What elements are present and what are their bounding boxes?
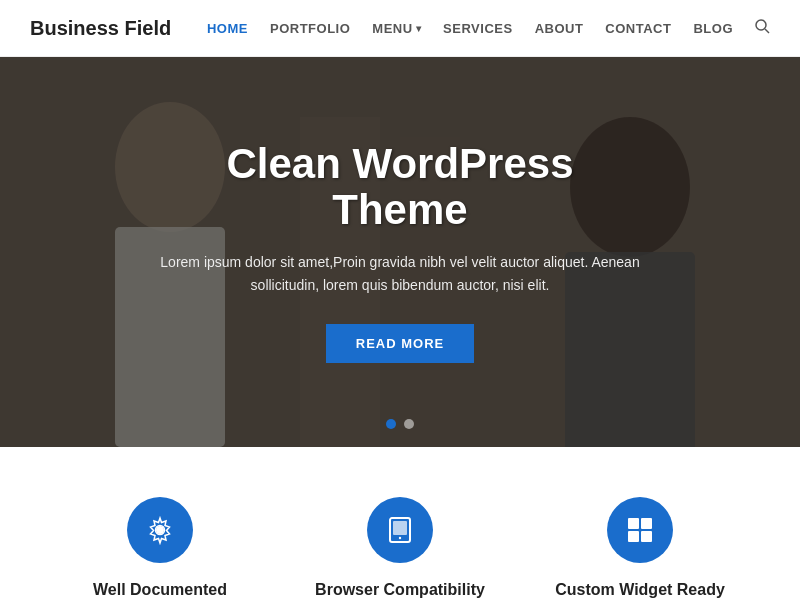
tablet-icon <box>386 516 414 544</box>
nav-link-portfolio[interactable]: PORTFOLIO <box>270 21 350 36</box>
chevron-down-icon: ▾ <box>416 23 422 34</box>
hero-title: Clean WordPress Theme <box>160 141 640 233</box>
svg-rect-16 <box>641 518 652 529</box>
feature-title-2: Custom Widget Ready <box>555 581 725 599</box>
svg-rect-14 <box>393 521 407 535</box>
widget-icon <box>626 516 654 544</box>
search-trigger[interactable] <box>755 19 770 38</box>
hero-content: Clean WordPress Theme Lorem ipsum dolor … <box>0 57 800 447</box>
nav-link-contact[interactable]: CONTACT <box>605 21 671 36</box>
features-section: Well Documented Lorem ipsum dolor sit am… <box>0 447 800 599</box>
feature-icon-tablet <box>367 497 433 563</box>
svg-point-0 <box>756 20 766 30</box>
site-header: Business Field HOME PORTFOLIO MENU ▾ SER… <box>0 0 800 57</box>
nav-link-services[interactable]: SERVICES <box>443 21 513 36</box>
read-more-button[interactable]: READ MORE <box>326 324 474 363</box>
svg-rect-15 <box>628 518 639 529</box>
main-nav: HOME PORTFOLIO MENU ▾ SERVICES ABOUT CON… <box>207 19 770 38</box>
nav-item-portfolio[interactable]: PORTFOLIO <box>270 19 350 37</box>
nav-link-blog[interactable]: BLOG <box>693 21 733 36</box>
feature-icon-widget <box>607 497 673 563</box>
site-logo: Business Field <box>30 17 171 40</box>
slider-dot-1[interactable] <box>386 419 396 429</box>
feature-title-1: Browser Compatibility <box>315 581 485 599</box>
nav-link-menu[interactable]: MENU ▾ <box>372 21 421 36</box>
hero-slider-dots <box>386 419 414 429</box>
hero-description: Lorem ipsum dolor sit amet,Proin gravida… <box>160 251 640 296</box>
nav-link-about[interactable]: ABOUT <box>535 21 584 36</box>
nav-item-blog[interactable]: BLOG <box>693 19 733 37</box>
svg-rect-18 <box>641 531 652 542</box>
svg-line-1 <box>765 29 769 33</box>
nav-link-home[interactable]: HOME <box>207 21 248 36</box>
nav-item-menu[interactable]: MENU ▾ <box>372 21 421 36</box>
settings-icon <box>145 515 175 545</box>
nav-item-contact[interactable]: CONTACT <box>605 19 671 37</box>
feature-well-documented: Well Documented Lorem ipsum dolor sit am… <box>50 497 270 599</box>
feature-browser-compatibility: Browser Compatibility Lorem ipsum dolor … <box>290 497 510 599</box>
nav-item-services[interactable]: SERVICES <box>443 19 513 37</box>
feature-title-0: Well Documented <box>93 581 227 599</box>
feature-icon-settings <box>127 497 193 563</box>
svg-point-13 <box>399 537 401 539</box>
feature-custom-widget: Custom Widget Ready Proin gravida nibh v… <box>530 497 750 599</box>
slider-dot-2[interactable] <box>404 419 414 429</box>
nav-list: HOME PORTFOLIO MENU ▾ SERVICES ABOUT CON… <box>207 19 770 38</box>
nav-item-about[interactable]: ABOUT <box>535 19 584 37</box>
svg-rect-17 <box>628 531 639 542</box>
search-icon[interactable] <box>755 20 770 37</box>
nav-item-home[interactable]: HOME <box>207 19 248 37</box>
hero-section: Clean WordPress Theme Lorem ipsum dolor … <box>0 57 800 447</box>
